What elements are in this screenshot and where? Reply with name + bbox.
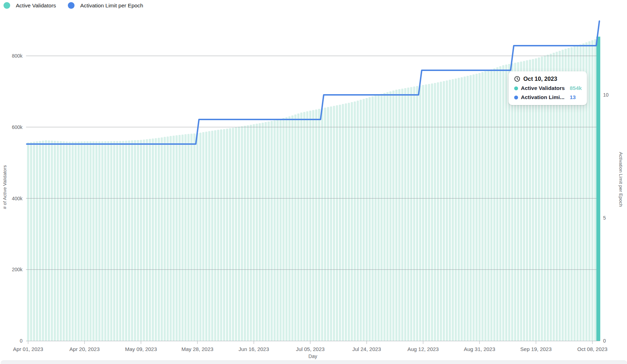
bar[interactable] — [357, 100, 359, 341]
bar[interactable] — [594, 39, 596, 341]
bar[interactable] — [170, 136, 172, 341]
bar[interactable] — [235, 127, 237, 341]
bar[interactable] — [404, 88, 406, 341]
bar[interactable] — [309, 111, 311, 341]
bar[interactable] — [470, 75, 472, 341]
bar[interactable] — [238, 127, 240, 341]
bar[interactable] — [283, 118, 285, 341]
bar[interactable] — [505, 65, 507, 341]
bar[interactable] — [336, 105, 338, 341]
bar[interactable] — [277, 119, 279, 341]
bar[interactable] — [140, 140, 142, 341]
bar[interactable] — [425, 84, 427, 341]
bar[interactable] — [478, 73, 480, 341]
bar[interactable] — [461, 77, 463, 341]
bar[interactable] — [279, 119, 282, 341]
bar[interactable] — [259, 123, 261, 341]
bar[interactable] — [294, 115, 296, 341]
bar[interactable] — [84, 141, 86, 341]
bar[interactable] — [36, 141, 38, 341]
bar[interactable] — [392, 91, 394, 341]
bar[interactable] — [315, 110, 317, 341]
bar[interactable] — [158, 138, 160, 341]
bar[interactable] — [137, 140, 139, 341]
bar[interactable] — [330, 106, 332, 341]
bar[interactable] — [179, 135, 181, 341]
bar[interactable] — [476, 74, 478, 341]
bar[interactable] — [428, 84, 430, 341]
bar[interactable] — [306, 111, 308, 341]
bar[interactable] — [98, 141, 101, 341]
bar[interactable] — [152, 138, 154, 341]
bar[interactable] — [54, 141, 56, 341]
bar[interactable] — [389, 91, 392, 341]
bar[interactable] — [324, 108, 326, 341]
bar[interactable] — [431, 84, 433, 341]
bar[interactable] — [446, 80, 448, 341]
bar[interactable] — [407, 87, 409, 341]
bar[interactable] — [502, 65, 504, 341]
bar[interactable] — [33, 142, 35, 341]
bar[interactable] — [588, 41, 590, 341]
bar[interactable] — [271, 121, 273, 341]
bar[interactable] — [481, 72, 484, 341]
bar[interactable] — [419, 85, 421, 341]
bar[interactable] — [455, 78, 457, 341]
bar[interactable] — [217, 130, 219, 341]
bar[interactable] — [351, 102, 353, 341]
bar[interactable] — [27, 142, 29, 341]
bar[interactable] — [487, 70, 490, 341]
bar[interactable] — [285, 117, 287, 341]
bar[interactable] — [57, 141, 59, 341]
bar[interactable] — [395, 90, 397, 341]
bar[interactable] — [253, 124, 255, 341]
bar[interactable] — [366, 98, 368, 341]
bar[interactable] — [116, 141, 118, 341]
bar[interactable] — [78, 142, 80, 341]
bar[interactable] — [464, 77, 466, 341]
bar[interactable] — [342, 104, 344, 341]
bar[interactable] — [146, 139, 148, 341]
bar[interactable] — [193, 134, 195, 341]
bar[interactable] — [48, 141, 50, 341]
bar[interactable] — [95, 141, 97, 341]
bar[interactable] — [369, 97, 371, 341]
bar[interactable] — [185, 134, 187, 341]
bar[interactable] — [383, 93, 386, 341]
bar[interactable] — [348, 103, 350, 341]
bar[interactable] — [167, 136, 169, 341]
bar[interactable] — [354, 102, 356, 341]
bar[interactable] — [267, 122, 270, 341]
bar[interactable] — [122, 141, 124, 341]
bar[interactable] — [499, 66, 502, 341]
bar[interactable] — [345, 103, 347, 341]
bar[interactable] — [297, 113, 299, 341]
bar[interactable] — [45, 140, 47, 341]
bar[interactable] — [452, 79, 454, 341]
bar[interactable] — [467, 76, 469, 341]
bar[interactable] — [220, 129, 222, 341]
bar[interactable] — [416, 86, 418, 341]
bar[interactable] — [92, 141, 95, 341]
bar[interactable] — [86, 141, 89, 341]
bar[interactable] — [63, 141, 65, 341]
bar[interactable] — [247, 125, 249, 341]
bar[interactable] — [413, 86, 415, 341]
bar[interactable] — [327, 107, 329, 341]
bar[interactable] — [496, 67, 498, 341]
bar[interactable] — [42, 141, 44, 341]
bar[interactable] — [51, 141, 53, 341]
bar[interactable] — [113, 141, 115, 341]
bar[interactable] — [508, 64, 510, 341]
bar[interactable] — [484, 71, 486, 341]
bar[interactable] — [375, 96, 377, 341]
bar[interactable] — [232, 128, 234, 341]
bar[interactable] — [119, 141, 121, 341]
bar[interactable] — [205, 132, 207, 341]
bar[interactable] — [199, 133, 201, 341]
bar[interactable] — [181, 135, 183, 341]
bar[interactable] — [377, 95, 380, 341]
bar[interactable] — [437, 82, 439, 341]
bar[interactable] — [175, 135, 177, 341]
bar[interactable] — [291, 116, 293, 341]
